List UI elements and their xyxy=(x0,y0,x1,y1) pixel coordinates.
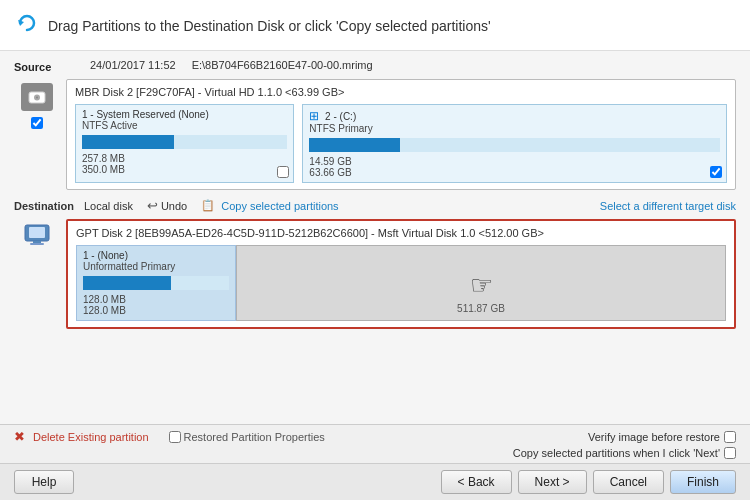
bottom-row1: ✖ Delete Existing partition Restored Par… xyxy=(14,429,736,444)
dest-disk-panel: GPT Disk 2 [8EB99A5A-ED26-4C5D-911D-5212… xyxy=(66,219,736,329)
source-partition-1: 1 - System Reserved (None) NTFS Active 2… xyxy=(75,104,294,183)
content-area: Source 24/01/2017 11:52 E:\8B704F66B2160… xyxy=(0,51,750,424)
dest-undo-button[interactable]: ↩ Undo xyxy=(147,198,187,213)
dest-monitor-icon xyxy=(23,223,51,255)
dest-partition-left: 1 - (None) Unformatted Primary 128.0 MB … xyxy=(76,245,236,321)
svg-rect-7 xyxy=(30,243,44,245)
source-checkbox[interactable] xyxy=(31,117,43,129)
next-button[interactable]: Next > xyxy=(518,470,587,494)
source-label: Source xyxy=(14,59,84,73)
restore-props-label[interactable]: Restored Partition Properties xyxy=(169,431,325,443)
source-p2-checkbox[interactable] xyxy=(710,166,722,178)
cursor-icon: ☞ xyxy=(470,270,493,301)
finish-button[interactable]: Finish xyxy=(670,470,736,494)
source-partitions-row: 1 - System Reserved (None) NTFS Active 2… xyxy=(75,104,727,183)
dest-p1-sizes: 128.0 MB 128.0 MB xyxy=(83,294,229,316)
delete-x-icon: ✖ xyxy=(14,429,25,444)
undo-icon: ↩ xyxy=(147,198,158,213)
source-p1-sizes: 257.8 MB 350.0 MB xyxy=(82,153,287,175)
source-disk-row: MBR Disk 2 [F29C70FA] - Virtual HD 1.1.0… xyxy=(14,79,736,190)
select-target-link[interactable]: Select a different target disk xyxy=(600,200,736,212)
source-p1-checkbox[interactable] xyxy=(277,166,289,178)
verify-checkbox[interactable] xyxy=(724,431,736,443)
buttons-row: Help < Back Next > Cancel Finish xyxy=(0,463,750,500)
restore-props-area: Restored Partition Properties xyxy=(169,431,325,443)
source-disk-panel: MBR Disk 2 [F29C70FA] - Virtual HD 1.1.0… xyxy=(66,79,736,190)
dest-p1-bar xyxy=(83,276,171,290)
svg-rect-5 xyxy=(29,227,45,238)
dest-toolbar: Destination Local disk ↩ Undo 📋 Copy sel… xyxy=(14,198,736,213)
source-section: Source 24/01/2017 11:52 E:\8B704F66B2160… xyxy=(14,59,736,73)
undo-label: Undo xyxy=(161,200,187,212)
cancel-button[interactable]: Cancel xyxy=(593,470,664,494)
dest-p1-type: Unformatted Primary xyxy=(83,261,229,272)
source-p2-name: ⊞ 2 - (C:) xyxy=(309,109,720,123)
dest-local-disk: Local disk xyxy=(84,200,133,212)
source-p1-name: 1 - System Reserved (None) xyxy=(82,109,287,120)
bottom-bar: ✖ Delete Existing partition Restored Par… xyxy=(0,424,750,463)
back-button[interactable]: < Back xyxy=(441,470,512,494)
help-button[interactable]: Help xyxy=(14,470,74,494)
source-file: E:\8B704F66B2160E47-00-00.mrimg xyxy=(192,59,373,71)
verify-label: Verify image before restore xyxy=(588,431,720,443)
source-p2-bar-bg xyxy=(309,138,720,152)
svg-point-3 xyxy=(36,97,38,99)
source-meta: 24/01/2017 11:52 E:\8B704F66B2160E47-00-… xyxy=(90,59,373,71)
source-p1-bar xyxy=(82,135,174,149)
windows-icon: ⊞ xyxy=(309,109,319,123)
dest-label: Destination xyxy=(14,200,84,212)
delete-partition-link[interactable]: Delete Existing partition xyxy=(33,431,149,443)
source-p1-bar-bg xyxy=(82,135,287,149)
dest-icons xyxy=(14,219,60,329)
dest-partitions-row: 1 - (None) Unformatted Primary 128.0 MB … xyxy=(76,245,726,321)
copy-next-label: Copy selected partitions when I click 'N… xyxy=(513,447,720,459)
source-date: 24/01/2017 11:52 xyxy=(90,59,176,71)
source-p2-type: NTFS Primary xyxy=(309,123,720,134)
svg-rect-6 xyxy=(33,241,41,243)
restore-props-checkbox[interactable] xyxy=(169,431,181,443)
copy-next-checkbox[interactable] xyxy=(724,447,736,459)
copy-selected-link[interactable]: Copy selected partitions xyxy=(221,200,338,212)
header: Drag Partitions to the Destination Disk … xyxy=(0,0,750,51)
main-window: Drag Partitions to the Destination Disk … xyxy=(0,0,750,500)
source-p1-type: NTFS Active xyxy=(82,120,287,131)
header-title: Drag Partitions to the Destination Disk … xyxy=(48,18,491,34)
source-icons xyxy=(14,79,60,190)
dest-p1-bar-bg xyxy=(83,276,229,290)
header-icon xyxy=(16,12,38,40)
dest-disk-row: GPT Disk 2 [8EB99A5A-ED26-4C5D-911D-5212… xyxy=(14,219,736,329)
dest-partition-right: ☞ 511.87 GB xyxy=(236,245,726,321)
source-p2-sizes: 14.59 GB 63.66 GB xyxy=(309,156,720,178)
source-disk-icon xyxy=(21,83,53,111)
dest-disk-title: GPT Disk 2 [8EB99A5A-ED26-4C5D-911D-5212… xyxy=(76,227,726,239)
copy-icon: 📋 xyxy=(201,199,215,212)
verify-area: Verify image before restore xyxy=(588,431,736,443)
source-p2-bar xyxy=(309,138,399,152)
dest-right-size: 511.87 GB xyxy=(457,303,505,314)
dest-p1-name: 1 - (None) xyxy=(83,250,229,261)
source-partition-2: ⊞ 2 - (C:) NTFS Primary 14.59 GB 63.66 G… xyxy=(302,104,727,183)
bottom-row2: Copy selected partitions when I click 'N… xyxy=(14,447,736,459)
source-disk-title: MBR Disk 2 [F29C70FA] - Virtual HD 1.1.0… xyxy=(75,86,727,98)
